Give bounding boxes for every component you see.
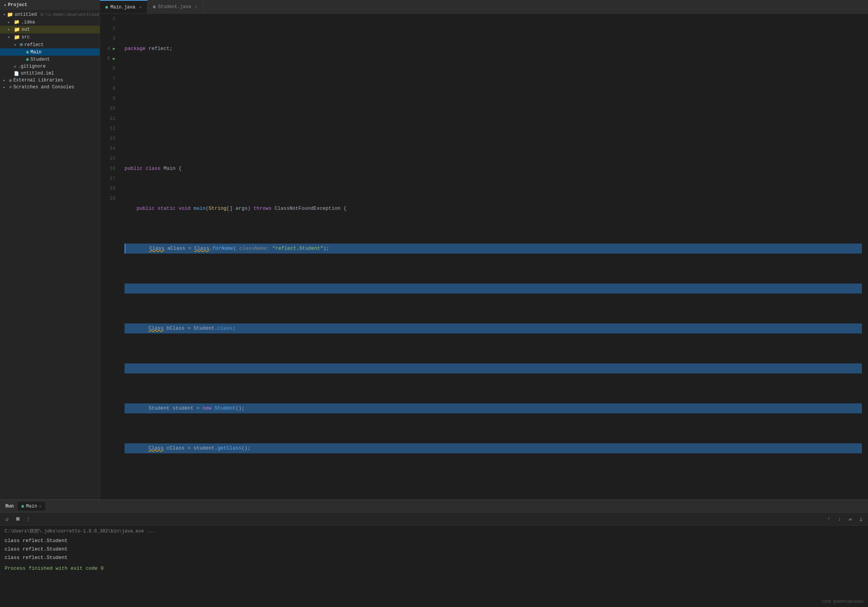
code-line-8: Class bClass = Student.class;	[125, 323, 862, 333]
sidebar: ▾ Project ▾ 📁 untitled D:\1-Demo\Java\un…	[0, 0, 100, 499]
run-indicator: ▶	[113, 46, 115, 51]
sidebar-item-idea[interactable]: ▸ 📁 .idea	[0, 18, 100, 26]
spacer	[20, 50, 25, 54]
spacer	[20, 57, 25, 61]
run-icon: ◉	[22, 503, 24, 509]
scroll-to-end-button[interactable]: ⤓	[856, 514, 866, 524]
project-title: Project	[8, 2, 27, 8]
line-number: 16	[103, 164, 115, 174]
sidebar-item-label: untitled.iml	[21, 71, 54, 76]
chevron-down-icon: ▾	[3, 12, 5, 17]
chevron-right-icon: ▸	[3, 78, 8, 83]
sidebar-item-label: src	[22, 35, 30, 40]
sidebar-item-out[interactable]: ▸ 📁 out	[0, 26, 100, 33]
code-line-4: public class Main {	[125, 164, 862, 174]
line-number: 6	[103, 64, 115, 74]
line-number: 8	[103, 84, 115, 94]
line-number: 5 ▶	[103, 54, 115, 64]
class-icon: ◉	[105, 4, 108, 10]
tab-close-button[interactable]: ✕	[195, 4, 198, 9]
line-number: 3	[103, 34, 115, 44]
console-exit-message: Process finished with exit code 0	[5, 564, 863, 573]
chevron-down-icon: ▾	[4, 3, 7, 8]
code-line-11: Class cClass = student.getClass();	[125, 443, 862, 453]
tab-close-button[interactable]: ✕	[139, 5, 142, 10]
bottom-tab-close-button[interactable]: ✕	[39, 504, 42, 509]
lib-icon: ⊞	[9, 78, 12, 83]
line-number: 17	[103, 174, 115, 184]
console-output-line-3: class reflect.Student	[5, 554, 863, 562]
stop-button[interactable]: ⏹	[13, 514, 22, 524]
run-label: Run	[3, 502, 16, 511]
line-number: 2	[103, 24, 115, 34]
code-line-9	[125, 363, 862, 373]
line-number: 15	[103, 154, 115, 164]
watermark: CSDN @UmVFX1BvaW50	[822, 600, 863, 604]
sidebar-item-student[interactable]: ◉ Student	[0, 56, 100, 63]
spacer	[8, 71, 12, 76]
sidebar-tree: ▾ 📁 untitled D:\1-Demo\Java\untitled ▸ 📁…	[0, 10, 100, 499]
sidebar-item-iml[interactable]: 📄 untitled.iml	[0, 70, 100, 77]
code-lines: package reflect; public class Main { pub…	[118, 14, 868, 499]
path-label: D:\1-Demo\Java\untitled	[41, 12, 99, 17]
sidebar-item-label: Main	[30, 50, 42, 55]
sidebar-item-reflect[interactable]: ▾ ⊞ reflect	[0, 41, 100, 48]
line-number: 10	[103, 104, 115, 114]
chevron-right-icon: ▸	[8, 20, 12, 25]
code-line-1: package reflect;	[125, 44, 862, 54]
sidebar-item-untitled[interactable]: ▾ 📁 untitled D:\1-Demo\Java\untitled	[0, 11, 100, 18]
scratches-icon: ≡	[9, 85, 12, 90]
sidebar-item-label: External Libraries	[13, 78, 63, 83]
line-numbers: 1 2 3 4 ▶ 5 ▶ 6 7 8 9 10 11 12 13 14 15 …	[100, 14, 118, 499]
tab-main[interactable]: ◉ Main.java ✕	[100, 0, 148, 13]
console-output: C:\Users\联想\.jdks\corretto-1.8.0_382\bin…	[0, 526, 868, 607]
sidebar-item-scratches[interactable]: ▸ ≡ Scratches and Consoles	[0, 84, 100, 91]
sidebar-item-src[interactable]: ▾ 📁 src	[0, 33, 100, 41]
line-number: 4 ▶	[103, 44, 115, 54]
sidebar-item-label: reflect	[24, 42, 43, 48]
tab-student[interactable]: ◉ Student.java ✕	[148, 0, 203, 13]
folder-icon: 📁	[14, 19, 20, 25]
code-line-5: public static void main(String[] args) t…	[125, 204, 862, 214]
scroll-up-button[interactable]: ↑	[824, 514, 833, 524]
code-line-2	[125, 84, 862, 94]
class-icon: ◉	[26, 56, 29, 62]
class-icon: ◉	[26, 49, 29, 55]
tab-label: Main.java	[110, 5, 135, 10]
top-area: ▾ Project ▾ 📁 untitled D:\1-Demo\Java\un…	[0, 0, 868, 499]
sidebar-item-label: .idea	[21, 20, 35, 25]
more-button[interactable]: ⋮	[24, 514, 33, 524]
sidebar-item-main[interactable]: ◉ Main	[0, 48, 100, 56]
sidebar-item-gitignore[interactable]: ⊘ .gitignore	[0, 63, 100, 70]
class-icon: ◉	[153, 4, 156, 10]
folder-icon: 📁	[7, 12, 13, 18]
git-icon: ⊘	[14, 64, 17, 69]
sidebar-item-label: Student	[30, 57, 50, 62]
chevron-down-icon: ▾	[14, 43, 18, 47]
bottom-tab-main[interactable]: ◉ Main ✕	[18, 502, 45, 511]
tab-bar: ◉ Main.java ✕ ◉ Student.java ✕	[100, 0, 868, 14]
sidebar-item-label: untitled	[15, 12, 37, 17]
package-icon: ⊞	[20, 42, 23, 48]
sidebar-item-external-libraries[interactable]: ▸ ⊞ External Libraries	[0, 77, 100, 84]
tab-label: Student.java	[158, 4, 191, 10]
rerun-button[interactable]: ↺	[2, 514, 12, 524]
scroll-down-button[interactable]: ↓	[835, 514, 844, 524]
line-number: 14	[103, 144, 115, 154]
run-indicator: ▶	[113, 56, 115, 61]
soft-wrap-button[interactable]: ⇌	[846, 514, 855, 524]
line-number: 9	[103, 94, 115, 104]
code-content: 1 2 3 4 ▶ 5 ▶ 6 7 8 9 10 11 12 13 14 15 …	[100, 14, 868, 499]
line-number: 7	[103, 74, 115, 84]
sidebar-item-label: .gitignore	[18, 64, 46, 69]
sidebar-item-label: Scratches and Consoles	[13, 85, 74, 90]
line-number: 12	[103, 124, 115, 134]
code-editor[interactable]: 1 2 3 4 ▶ 5 ▶ 6 7 8 9 10 11 12 13 14 15 …	[100, 14, 868, 499]
sidebar-item-label: out	[22, 27, 30, 32]
code-line-6: Class aClass = Class.forName( className:…	[125, 244, 862, 254]
line-number: 19	[103, 194, 115, 204]
chevron-right-icon: ▸	[8, 27, 12, 32]
code-line-7	[125, 284, 862, 294]
folder-icon: 📁	[14, 34, 20, 40]
project-header[interactable]: ▾ Project	[0, 0, 100, 10]
